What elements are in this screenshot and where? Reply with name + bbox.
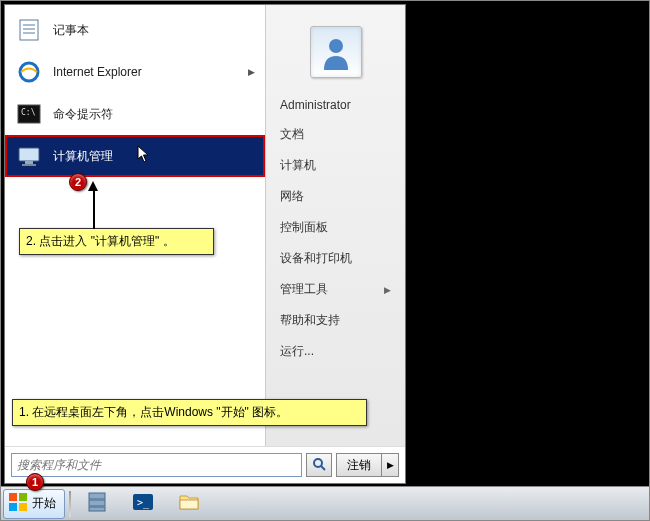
right-item-administrator[interactable]: Administrator [266, 91, 405, 119]
svg-rect-19 [89, 507, 105, 511]
right-item-label: Administrator [280, 98, 351, 112]
badge-number: 1 [32, 476, 38, 488]
notepad-icon [15, 16, 43, 44]
submenu-arrow-icon: ▶ [248, 67, 255, 77]
svg-point-10 [329, 39, 343, 53]
right-item-label: 帮助和支持 [280, 312, 340, 329]
user-avatar-wrap [266, 13, 405, 91]
annotation-badge-2: 2 [69, 173, 87, 191]
start-menu-left-pane: 记事本 Internet Explorer ▶ C:\ 命令提示符 [5, 5, 265, 446]
svg-rect-22 [180, 500, 198, 509]
program-label: 计算机管理 [53, 148, 113, 165]
chevron-right-icon: ▶ [387, 460, 394, 470]
right-item-label: 网络 [280, 188, 304, 205]
annotation-badge-1: 1 [26, 473, 44, 491]
right-item-label: 运行... [280, 343, 314, 360]
submenu-arrow-icon: ▶ [384, 285, 391, 295]
powershell-icon: >_ [131, 490, 155, 517]
start-menu-right-pane: Administrator 文档 计算机 网络 控制面板 设备和打印机 管理工具… [265, 5, 405, 446]
svg-point-11 [314, 459, 322, 467]
annotation-text: 2. 点击进入 "计算机管理" 。 [26, 234, 175, 248]
annotation-step1: 1. 在远程桌面左下角，点击Windows "开始" 图标。 [12, 399, 367, 426]
right-item-control-panel[interactable]: 控制面板 [266, 212, 405, 243]
svg-rect-14 [19, 493, 27, 501]
right-item-label: 控制面板 [280, 219, 328, 236]
right-item-label: 计算机 [280, 157, 316, 174]
cmd-icon: C:\ [15, 100, 43, 128]
annotation-text: 1. 在远程桌面左下角，点击Windows "开始" 图标。 [19, 405, 288, 419]
program-item-cmd[interactable]: C:\ 命令提示符 [5, 93, 265, 135]
explorer-icon [177, 490, 201, 517]
program-label: Internet Explorer [53, 65, 142, 79]
program-list: 记事本 Internet Explorer ▶ C:\ 命令提示符 [5, 5, 265, 181]
shutdown-options-button[interactable]: ▶ [381, 453, 399, 477]
svg-text:C:\: C:\ [21, 108, 36, 117]
compmgmt-icon [15, 142, 43, 170]
ie-icon [15, 58, 43, 86]
right-item-documents[interactable]: 文档 [266, 119, 405, 150]
right-item-run[interactable]: 运行... [266, 336, 405, 367]
program-item-ie[interactable]: Internet Explorer ▶ [5, 51, 265, 93]
svg-rect-17 [89, 493, 105, 499]
svg-rect-8 [25, 161, 33, 164]
svg-rect-7 [19, 148, 39, 161]
search-icon [312, 457, 326, 474]
logoff-label: 注销 [347, 457, 371, 474]
right-item-devices-printers[interactable]: 设备和打印机 [266, 243, 405, 274]
program-label: 记事本 [53, 22, 89, 39]
windows-logo-icon [8, 492, 28, 515]
svg-rect-13 [9, 493, 17, 501]
annotation-arrow-2-head [88, 181, 98, 191]
taskbar: 开始 >_ [1, 486, 649, 520]
taskbar-separator [69, 491, 71, 517]
right-item-help-support[interactable]: 帮助和支持 [266, 305, 405, 336]
start-menu-body: 记事本 Internet Explorer ▶ C:\ 命令提示符 [5, 5, 405, 446]
annotation-arrow-2-line [93, 190, 95, 229]
svg-line-12 [321, 466, 325, 470]
start-menu-bottom-bar: 注销 ▶ [5, 446, 405, 483]
right-item-label: 文档 [280, 126, 304, 143]
svg-rect-15 [9, 503, 17, 511]
svg-rect-9 [22, 164, 36, 166]
right-item-computer[interactable]: 计算机 [266, 150, 405, 181]
server-manager-icon [85, 490, 109, 517]
logoff-group: 注销 ▶ [336, 453, 399, 477]
program-item-computer-management[interactable]: 计算机管理 [5, 135, 265, 177]
annotation-step2: 2. 点击进入 "计算机管理" 。 [19, 228, 214, 255]
svg-point-4 [20, 63, 38, 81]
svg-rect-16 [19, 503, 27, 511]
taskbar-item-server-manager[interactable] [75, 489, 119, 519]
right-item-admin-tools[interactable]: 管理工具▶ [266, 274, 405, 305]
program-item-notepad[interactable]: 记事本 [5, 9, 265, 51]
svg-rect-0 [20, 20, 38, 40]
svg-text:>_: >_ [137, 497, 150, 509]
right-item-label: 设备和打印机 [280, 250, 352, 267]
right-item-label: 管理工具 [280, 281, 328, 298]
svg-rect-18 [89, 500, 105, 506]
mouse-cursor-icon [137, 145, 153, 168]
program-label: 命令提示符 [53, 106, 113, 123]
start-button[interactable]: 开始 [3, 489, 65, 519]
start-label: 开始 [32, 495, 56, 512]
logoff-button[interactable]: 注销 [336, 453, 381, 477]
search-button[interactable] [306, 453, 332, 477]
search-input[interactable] [11, 453, 302, 477]
taskbar-item-explorer[interactable] [167, 489, 211, 519]
badge-number: 2 [75, 176, 81, 188]
taskbar-item-powershell[interactable]: >_ [121, 489, 165, 519]
right-item-network[interactable]: 网络 [266, 181, 405, 212]
user-avatar-icon [310, 26, 362, 78]
